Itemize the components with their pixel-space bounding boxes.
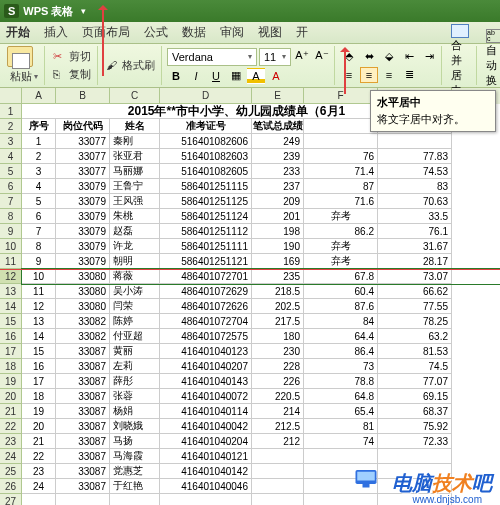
cell[interactable]: 11 <box>22 284 56 299</box>
cell[interactable]: 486401072701 <box>160 269 252 284</box>
cell[interactable]: 87.6 <box>304 299 378 314</box>
menu-开始[interactable]: 开始 <box>6 24 30 41</box>
cell[interactable]: 217.5 <box>252 314 304 329</box>
cell[interactable]: 230 <box>252 344 304 359</box>
cell[interactable]: 13 <box>22 314 56 329</box>
cell[interactable]: 薛彤 <box>110 374 160 389</box>
cell[interactable]: 416401040121 <box>160 449 252 464</box>
cell[interactable]: 214 <box>252 404 304 419</box>
row-header-2[interactable]: 2 <box>0 119 22 134</box>
cell[interactable]: 2 <box>22 149 56 164</box>
cell[interactable]: 74.5 <box>378 359 452 374</box>
col-header-B[interactable]: B <box>56 88 110 104</box>
cell[interactable]: 33079 <box>56 254 110 269</box>
cell[interactable]: 74.53 <box>378 164 452 179</box>
cell[interactable]: 586401251124 <box>160 209 252 224</box>
cell[interactable]: 24 <box>22 479 56 494</box>
align-bottom-button[interactable]: ⬙ <box>380 49 398 65</box>
paste-button[interactable]: 粘贴▾ <box>7 68 41 85</box>
cell[interactable] <box>110 494 160 505</box>
menu-页面布局[interactable]: 页面布局 <box>82 24 130 41</box>
cell[interactable]: 77.07 <box>378 374 452 389</box>
cell[interactable]: 65.4 <box>304 404 378 419</box>
cell[interactable]: 416401040046 <box>160 479 252 494</box>
row-header-14[interactable]: 14 <box>0 299 22 314</box>
cell[interactable]: 许龙 <box>110 239 160 254</box>
cell[interactable]: 516401082603 <box>160 149 252 164</box>
cell[interactable]: 于红艳 <box>110 479 160 494</box>
decrease-font-button[interactable]: A⁻ <box>313 48 331 64</box>
cell[interactable]: 笔试总成绩 <box>252 119 304 134</box>
cell[interactable]: 586401251121 <box>160 254 252 269</box>
cell[interactable] <box>304 449 378 464</box>
cell[interactable]: 233 <box>252 164 304 179</box>
cell[interactable]: 212.5 <box>252 419 304 434</box>
cell[interactable]: 闫荣 <box>110 299 160 314</box>
row-header-20[interactable]: 20 <box>0 389 22 404</box>
cell[interactable]: 66.62 <box>378 284 452 299</box>
cell[interactable]: 212 <box>252 434 304 449</box>
row-header-18[interactable]: 18 <box>0 359 22 374</box>
cell[interactable]: 赵磊 <box>110 224 160 239</box>
row-header-5[interactable]: 5 <box>0 164 22 179</box>
row-header-13[interactable]: 13 <box>0 284 22 299</box>
cell[interactable]: 23 <box>22 464 56 479</box>
cell[interactable]: 12 <box>22 299 56 314</box>
cell[interactable]: 吴小涛 <box>110 284 160 299</box>
cell[interactable]: 586401251112 <box>160 224 252 239</box>
copy-button[interactable]: ⎘复制 <box>50 66 94 83</box>
cell[interactable]: 249 <box>252 134 304 149</box>
cell[interactable]: 72.33 <box>378 434 452 449</box>
cell[interactable]: 33077 <box>56 149 110 164</box>
row-header-23[interactable]: 23 <box>0 434 22 449</box>
cell[interactable]: 75.92 <box>378 419 452 434</box>
cell[interactable]: 左莉 <box>110 359 160 374</box>
cell[interactable]: 239 <box>252 149 304 164</box>
cell[interactable]: 22 <box>22 449 56 464</box>
cell[interactable]: 416401040207 <box>160 359 252 374</box>
fill-color-button[interactable]: A <box>247 68 265 84</box>
cell[interactable]: 70.63 <box>378 194 452 209</box>
cell[interactable]: 陈婷 <box>110 314 160 329</box>
cell[interactable]: 586401251125 <box>160 194 252 209</box>
cell[interactable]: 516401082605 <box>160 164 252 179</box>
cell[interactable]: 60.4 <box>304 284 378 299</box>
cell[interactable]: 20 <box>22 419 56 434</box>
cell[interactable]: 220.5 <box>252 389 304 404</box>
cell[interactable]: 33077 <box>56 134 110 149</box>
cell[interactable]: 付亚超 <box>110 329 160 344</box>
cell[interactable]: 83 <box>378 179 452 194</box>
cell[interactable]: 33082 <box>56 314 110 329</box>
cell[interactable]: 18 <box>22 389 56 404</box>
cell[interactable]: 33087 <box>56 434 110 449</box>
cell[interactable]: 201 <box>252 209 304 224</box>
cell[interactable]: 81 <box>304 419 378 434</box>
cell[interactable]: 党惠芝 <box>110 464 160 479</box>
cell[interactable]: 416401040072 <box>160 389 252 404</box>
cell[interactable]: 33087 <box>56 374 110 389</box>
cell[interactable]: 486401072575 <box>160 329 252 344</box>
cell[interactable]: 朱桃 <box>110 209 160 224</box>
cell[interactable]: 杨娟 <box>110 404 160 419</box>
cell[interactable]: 226 <box>252 374 304 389</box>
indent-increase-button[interactable]: ⇥ <box>420 49 438 65</box>
cell[interactable]: 19 <box>22 404 56 419</box>
col-header-A[interactable]: A <box>22 88 56 104</box>
cell[interactable]: 33087 <box>56 479 110 494</box>
cell[interactable] <box>252 464 304 479</box>
align-right-button[interactable]: ≡ <box>380 67 398 83</box>
border-button[interactable]: ▦ <box>227 68 245 84</box>
cell[interactable]: 180 <box>252 329 304 344</box>
cell[interactable]: 76 <box>304 149 378 164</box>
cell[interactable]: 33079 <box>56 194 110 209</box>
font-size-select[interactable]: 11▾ <box>259 48 291 66</box>
cell[interactable]: 17 <box>22 374 56 389</box>
underline-button[interactable]: U <box>207 68 225 84</box>
row-headers[interactable]: 1234567891011121314151617181920212223242… <box>0 104 22 505</box>
cell[interactable]: 209 <box>252 194 304 209</box>
row-header-22[interactable]: 22 <box>0 419 22 434</box>
row-header-8[interactable]: 8 <box>0 209 22 224</box>
cell[interactable]: 准考证号 <box>160 119 252 134</box>
cell[interactable]: 586401251111 <box>160 239 252 254</box>
cell[interactable]: 84 <box>304 314 378 329</box>
